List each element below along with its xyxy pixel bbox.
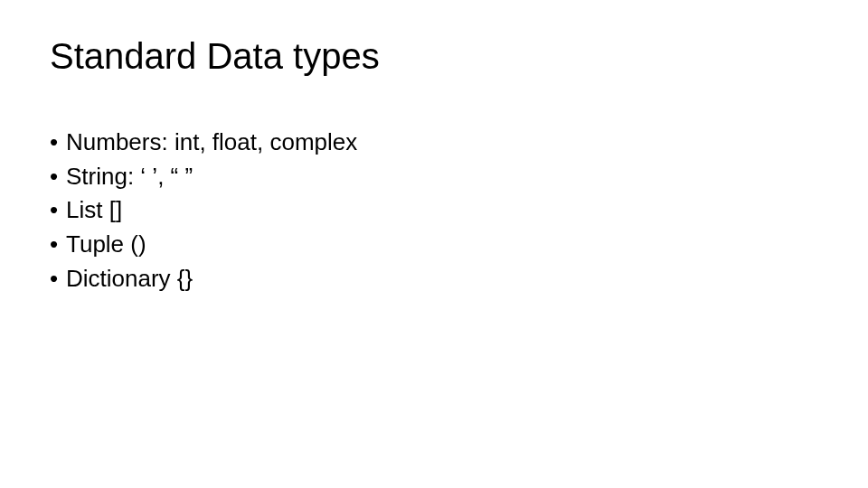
list-item: • Tuple () (50, 228, 818, 262)
bullet-icon: • (50, 228, 66, 262)
slide: Standard Data types • Numbers: int, floa… (0, 0, 868, 488)
slide-body: • Numbers: int, float, complex • String:… (50, 126, 818, 296)
bullet-icon: • (50, 193, 66, 228)
bullet-icon: • (50, 126, 66, 160)
bullet-icon: • (50, 262, 66, 296)
bullet-text: Numbers: int, float, complex (66, 126, 818, 160)
list-item: • String: ‘ ’, “ ” (50, 160, 818, 194)
bullet-text: String: ‘ ’, “ ” (66, 160, 818, 194)
bullet-text: Tuple () (66, 228, 818, 262)
bullet-text: Dictionary {} (66, 262, 818, 296)
slide-title: Standard Data types (50, 36, 818, 76)
bullet-icon: • (50, 160, 66, 194)
list-item: • Dictionary {} (50, 262, 818, 296)
bullet-text: List [] (66, 193, 818, 228)
list-item: • Numbers: int, float, complex (50, 126, 818, 160)
list-item: • List [] (50, 193, 818, 228)
